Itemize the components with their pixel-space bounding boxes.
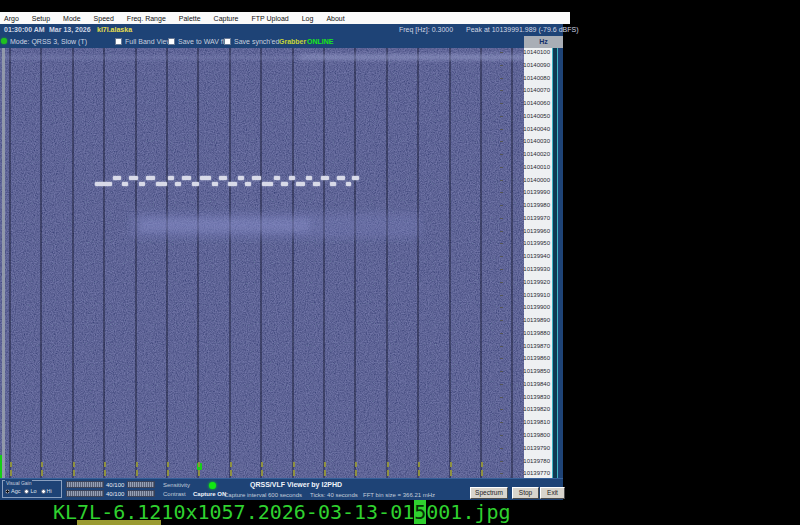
sensitivity-slider[interactable] — [66, 481, 104, 488]
menu-item-ftp-upload[interactable]: FTP Upload — [247, 15, 297, 22]
sensitivity-label: Sensitivity — [163, 482, 190, 488]
menu-item-mode[interactable]: Mode — [59, 15, 90, 22]
lo-radio-circle[interactable] — [24, 489, 29, 494]
qrss-trace-dash — [296, 182, 305, 186]
freq-scale-label: 10139770 — [523, 470, 550, 477]
hi-radio-circle[interactable] — [41, 489, 46, 494]
freq-scale-label: 10139850 — [523, 368, 550, 375]
stop-button[interactable]: Stop — [512, 487, 539, 499]
qrss-trace-dash — [219, 176, 227, 180]
sensitivity-fine-slider[interactable] — [127, 481, 155, 488]
grabber-online-status: ONLINE — [307, 38, 333, 45]
menu-item-about[interactable]: About — [322, 15, 353, 22]
freq-scale-label: 10139830 — [523, 394, 550, 401]
time-tick — [167, 462, 169, 476]
freq-scale-labels: 1014010010140090101400801014007010140060… — [524, 48, 552, 478]
fuzzy-signal-core — [140, 218, 310, 232]
freq-scale-label: 10140010 — [523, 164, 550, 171]
freq-scale-label: 10139780 — [523, 458, 550, 465]
contrast-slider[interactable] — [66, 490, 104, 497]
agc-radio[interactable]: Agc — [5, 488, 20, 494]
menu-item-log[interactable]: Log — [298, 15, 323, 22]
qrss-trace-dash — [238, 176, 244, 180]
qrss-trace-dash — [139, 182, 145, 186]
menu-item-freq-range[interactable]: Freq. Range — [123, 15, 175, 22]
spectrum-button[interactable]: Spectrum — [470, 487, 508, 499]
freq-scale-label: 10139910 — [523, 292, 550, 299]
freq-scale-label: 10139970 — [523, 215, 550, 222]
lo-radio[interactable]: Lo — [24, 488, 36, 494]
time-tick — [355, 462, 357, 476]
qrss-trace-dash — [146, 176, 155, 180]
hi-radio-label: Hi — [47, 488, 52, 494]
grabber-label: Grabber — [279, 38, 306, 45]
freq-scale-label: 10139840 — [523, 381, 550, 388]
freq-scale-label: 10140020 — [523, 151, 550, 158]
time-tick — [324, 462, 326, 476]
qrss-trace-dash — [182, 176, 191, 180]
hi-radio[interactable]: Hi — [41, 488, 52, 494]
menu-item-palette[interactable]: Palette — [175, 15, 210, 22]
qrss-trace-dash — [306, 176, 312, 180]
full-band-view-label: Full Band View — [125, 38, 172, 45]
time-tick — [41, 462, 43, 476]
freq-scale-label: 10140100 — [523, 49, 550, 56]
save-synched-label: Save synch'ed — [234, 38, 279, 45]
qrss-trace-dash — [113, 176, 121, 180]
freq-scale-label: 10139990 — [523, 189, 550, 196]
freq-scale-label: 10140050 — [523, 113, 550, 120]
save-wav-checkbox[interactable] — [168, 38, 175, 45]
contrast-label: Contrast — [163, 491, 186, 497]
frequency-scale: Hz 1014010010140090101400801014007010140… — [524, 36, 563, 500]
time-tick — [261, 462, 263, 476]
current-time-bar — [0, 455, 2, 478]
menu-item-argo[interactable]: Argo — [0, 15, 28, 22]
contrast-value: 40/100 — [106, 491, 124, 497]
taskbar-fragment — [77, 520, 161, 525]
qrss-trace-dash — [337, 176, 345, 180]
time-tick — [136, 462, 138, 476]
exit-button[interactable]: Exit — [540, 487, 565, 499]
freq-scale-label: 10139890 — [523, 317, 550, 324]
freq-scale-label: 10140040 — [523, 126, 550, 133]
qrss-trace-dash — [289, 176, 295, 180]
freq-scale-label: 10140000 — [523, 177, 550, 184]
qrss-trace-dash — [352, 176, 359, 180]
freq-scale-label: 10139920 — [523, 279, 550, 286]
save-synched-checkbox[interactable] — [224, 38, 231, 45]
freq-scale-label: 10139980 — [523, 202, 550, 209]
menu-item-speed[interactable]: Speed — [90, 15, 123, 22]
filename-suffix: 001.jpg — [426, 500, 510, 524]
capture-led-icon — [209, 482, 216, 489]
time-tick — [450, 462, 452, 476]
menu-item-capture[interactable]: Capture — [210, 15, 248, 22]
freq-readout: Freq [Hz]: 0.3000 — [399, 26, 453, 33]
freq-scale-label: 10139950 — [523, 240, 550, 247]
time-tick — [10, 462, 12, 476]
agc-radio-circle[interactable] — [5, 489, 10, 494]
fft-bin-info: FFT bin size = 366.21 mHz — [363, 492, 435, 498]
full-band-view-checkbox[interactable] — [115, 38, 122, 45]
screen: ArgoSetupModeSpeedFreq. RangePaletteCapt… — [0, 0, 800, 525]
waterfall[interactable] — [0, 48, 524, 478]
clock-date: Mar 13, 2026 — [49, 26, 91, 33]
time-tick — [230, 462, 232, 476]
freq-scale-label: 10139820 — [523, 406, 550, 413]
time-tick — [73, 462, 75, 476]
menu-bar: ArgoSetupModeSpeedFreq. RangePaletteCapt… — [0, 12, 570, 24]
qrss-trace-dash — [175, 182, 181, 186]
qrss-trace-dash — [252, 176, 261, 180]
save-wav-label: Save to WAV file — [178, 38, 230, 45]
lo-radio-label: Lo — [30, 488, 36, 494]
contrast-fine-slider[interactable] — [127, 490, 155, 497]
qrss-trace-dash — [281, 182, 288, 186]
station-callsign: kl7l.alaska — [97, 26, 132, 33]
qrss-trace-dash — [95, 182, 112, 186]
freq-scale-label: 10139960 — [523, 228, 550, 235]
qrss-trace-dash — [313, 182, 320, 186]
freq-scale-label: 10140030 — [523, 138, 550, 145]
freq-scale-label: 10140080 — [523, 75, 550, 82]
freq-scale-label: 10140090 — [523, 62, 550, 69]
menu-item-setup[interactable]: Setup — [28, 15, 59, 22]
freq-scale-scrollbar[interactable] — [552, 48, 558, 478]
